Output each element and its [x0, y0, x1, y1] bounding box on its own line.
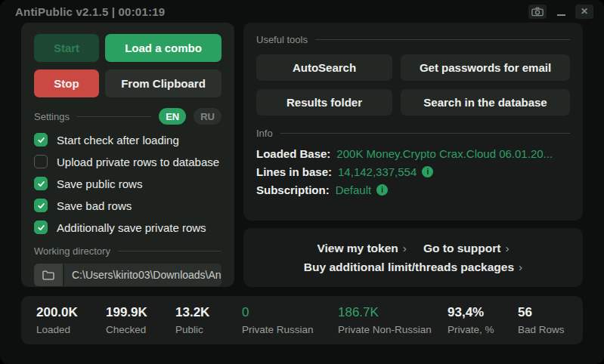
divider-line: [315, 39, 570, 40]
language-ru-button[interactable]: RU: [194, 108, 221, 125]
checkbox-icon[interactable]: [34, 155, 48, 168]
app-window: AntiPublic v2.1.5 | 00:01:19 ✕ Start Loa…: [0, 0, 604, 364]
loaded-base-value: 200K Money.Crypto Crax.Cloud 06.01.20...: [336, 147, 553, 160]
title-bar: AntiPublic v2.1.5 | 00:01:19 ✕: [0, 0, 604, 23]
stat-value: 200.0K: [36, 305, 106, 320]
checkbox-icon[interactable]: [34, 221, 48, 234]
stat-value: 93,4%: [448, 305, 518, 320]
checkbox-label: Save public rows: [57, 177, 142, 190]
stat-value: 0: [242, 305, 338, 320]
close-button[interactable]: ✕: [575, 5, 593, 19]
stat-private-russian: 0 Private Russian: [242, 305, 338, 335]
control-panel: Start Load a combo Stop From Clipboard S…: [21, 23, 234, 287]
checkbox-label: Additionally save private rows: [57, 221, 206, 234]
checkbox-row-save-public[interactable]: Save public rows: [34, 177, 221, 190]
buy-packages-label: Buy additional limit/threads packages: [304, 261, 514, 273]
working-directory-path: C:\Users\kirito03\Downloads\An...: [72, 269, 221, 281]
info-header-row: Info: [256, 128, 570, 139]
folder-icon: [42, 270, 54, 280]
stop-button[interactable]: Stop: [34, 69, 99, 97]
view-my-token-link[interactable]: View my token›: [317, 242, 407, 255]
action-buttons: Start Load a combo Stop From Clipboard: [34, 34, 221, 97]
info-label: Info: [256, 128, 273, 139]
stat-label: Private, %: [448, 324, 518, 335]
loaded-base-row: Loaded Base: 200K Money.Crypto Crax.Clou…: [256, 147, 570, 160]
lines-in-base-label: Lines in base:: [256, 165, 332, 178]
links-row-bottom: Buy additional limit/threads packages›: [296, 261, 531, 274]
search-database-button[interactable]: Search in the database: [401, 89, 570, 116]
autosearch-button[interactable]: AutoSearch: [256, 54, 392, 81]
chevron-right-icon: ›: [519, 261, 522, 273]
divider-line: [280, 133, 570, 134]
checkbox-label: Start check after loading: [57, 134, 179, 147]
subscription-value: Default: [336, 184, 372, 196]
settings-header-row: Settings EN RU: [34, 108, 221, 125]
info-rows: Loaded Base: 200K Money.Crypto Crax.Clou…: [256, 147, 570, 196]
checkbox-icon[interactable]: [34, 133, 48, 147]
results-folder-button[interactable]: Results folder: [256, 89, 392, 116]
useful-tools-label: Useful tools: [256, 34, 308, 45]
lines-in-base-row: Lines in base: 14,142,337,554 i: [256, 165, 570, 178]
checkbox-label: Save bad rows: [57, 199, 132, 212]
camera-icon: [531, 7, 544, 17]
stat-value: 56: [518, 305, 565, 320]
stat-value: 13.2K: [175, 305, 242, 320]
window-title: AntiPublic v2.1.5 | 00:01:19: [15, 5, 165, 18]
loaded-base-label: Loaded Base:: [256, 147, 330, 160]
links-row-top: View my token› Go to support›: [308, 242, 517, 255]
stat-loaded: 200.0K Loaded: [36, 305, 106, 335]
stats-bar: 200.0K Loaded 199.9K Checked 13.2K Publi…: [21, 296, 583, 344]
working-directory-header-row: Working directory: [34, 245, 221, 257]
checkbox-icon[interactable]: [34, 177, 48, 190]
stat-private-percent: 93,4% Private, %: [448, 305, 518, 335]
info-icon[interactable]: i: [422, 166, 433, 177]
go-to-support-link[interactable]: Go to support›: [423, 242, 510, 255]
window-controls: ✕: [528, 5, 593, 19]
minimize-button[interactable]: [552, 5, 570, 19]
working-directory-field[interactable]: C:\Users\kirito03\Downloads\An...: [64, 264, 221, 286]
browse-folder-button[interactable]: [34, 264, 63, 286]
stat-private-non-russian: 186.7K Private Non-Russian: [338, 305, 448, 335]
start-button[interactable]: Start: [34, 34, 99, 62]
stat-public: 13.2K Public: [175, 305, 242, 335]
checkbox-row-start-check[interactable]: Start check after loading: [34, 133, 221, 147]
settings-header-label: Settings: [34, 111, 70, 122]
stat-label: Bad Rows: [518, 324, 565, 335]
buy-packages-link[interactable]: Buy additional limit/threads packages›: [304, 261, 522, 274]
checkbox-label: Upload private rows to database: [57, 156, 219, 168]
subscription-label: Subscription:: [256, 184, 330, 196]
stat-label: Loaded: [36, 324, 106, 335]
stat-bad-rows: 56 Bad Rows: [518, 305, 565, 335]
close-icon: ✕: [581, 7, 588, 16]
working-directory-row: C:\Users\kirito03\Downloads\An...: [34, 264, 221, 286]
useful-tools-header-row: Useful tools: [256, 34, 570, 45]
tools-buttons: AutoSearch Get passwords for email Resul…: [256, 54, 570, 116]
screenshot-button[interactable]: [528, 5, 547, 19]
language-en-button[interactable]: EN: [159, 108, 186, 125]
from-clipboard-button[interactable]: From Clipboard: [105, 69, 221, 97]
stat-value: 199.9K: [106, 305, 175, 320]
view-my-token-label: View my token: [317, 242, 398, 254]
working-directory-label: Working directory: [34, 245, 110, 257]
chevron-right-icon: ›: [505, 242, 509, 254]
minimize-icon: [557, 14, 565, 16]
lines-in-base-value: 14,142,337,554: [338, 165, 417, 178]
stat-label: Public: [175, 324, 242, 335]
get-passwords-button[interactable]: Get passwords for email: [401, 54, 570, 81]
tools-info-panel: Useful tools AutoSearch Get passwords fo…: [243, 23, 583, 221]
stat-checked: 199.9K Checked: [106, 305, 175, 335]
divider-line: [118, 251, 221, 251]
checkbox-row-save-private[interactable]: Additionally save private rows: [34, 221, 221, 234]
stat-value: 186.7K: [338, 305, 448, 320]
go-to-support-label: Go to support: [423, 242, 500, 254]
stat-label: Private Non-Russian: [338, 324, 448, 335]
stat-label: Checked: [106, 324, 175, 335]
load-combo-button[interactable]: Load a combo: [105, 34, 221, 62]
checkbox-row-upload-private[interactable]: Upload private rows to database: [34, 155, 221, 168]
subscription-row: Subscription: Default i: [256, 184, 570, 196]
divider-line: [77, 116, 151, 117]
links-panel: View my token› Go to support› Buy additi…: [243, 228, 583, 287]
checkbox-row-save-bad[interactable]: Save bad rows: [34, 199, 221, 212]
checkbox-icon[interactable]: [34, 199, 48, 212]
info-icon[interactable]: i: [376, 184, 388, 196]
